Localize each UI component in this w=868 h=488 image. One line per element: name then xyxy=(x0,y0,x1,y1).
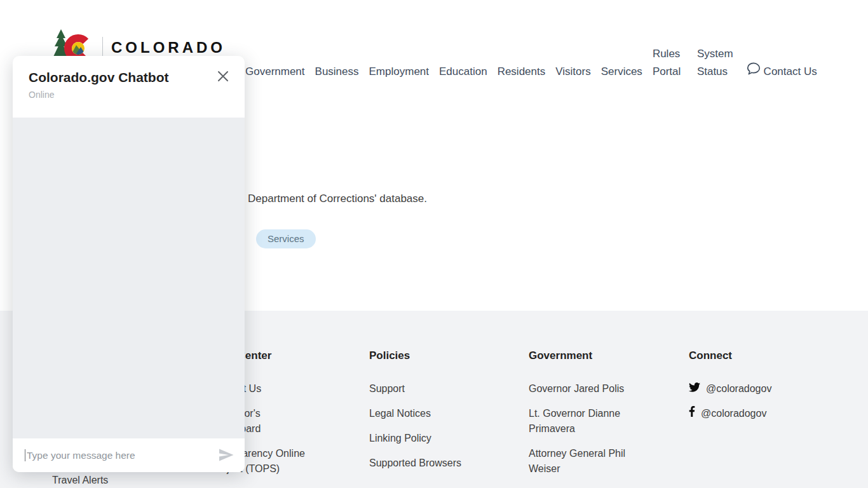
nav-item-system-status[interactable]: System Status xyxy=(697,45,736,81)
footer-link-attorney-general[interactable]: Attorney General Phil Weiser xyxy=(529,446,630,477)
nav-item-visitors[interactable]: Visitors xyxy=(555,63,590,81)
footer-column-services: Travel Alerts xyxy=(52,473,108,488)
nav-item-services[interactable]: Services xyxy=(601,63,642,81)
wordmark: COLORADO xyxy=(111,39,226,57)
chatbot-status: Online xyxy=(29,90,54,100)
footer-heading-policies: Policies xyxy=(369,349,461,363)
chatbot-input-bar xyxy=(13,438,245,472)
nav-item-business[interactable]: Business xyxy=(315,63,359,81)
footer-column-connect: Connect @coloradogov @coloradogov xyxy=(689,349,771,431)
footer-link-governor[interactable]: Governor Jared Polis xyxy=(529,381,630,396)
nav-item-rules-portal[interactable]: Rules Portal xyxy=(653,45,687,81)
service-description: Department of Corrections' database. xyxy=(248,193,427,205)
nav-item-government[interactable]: Government xyxy=(245,63,305,81)
nav-item-employment[interactable]: Employment xyxy=(369,63,429,81)
chatbot-window: Colorado.gov Chatbot Online xyxy=(13,56,245,472)
top-navigation: Government Business Employment Education… xyxy=(245,29,817,81)
footer-column-policies: Policies Support Legal Notices Linking P… xyxy=(369,349,461,480)
footer-link-support[interactable]: Support xyxy=(369,381,461,396)
footer-heading-government: Government xyxy=(529,349,630,363)
nav-item-education[interactable]: Education xyxy=(439,63,487,81)
facebook-icon xyxy=(689,406,695,421)
footer-column-government: Government Governor Jared Polis Lt. Gove… xyxy=(529,349,630,486)
chatbot-message-input[interactable] xyxy=(25,450,217,461)
services-tag[interactable]: Services xyxy=(256,229,316,248)
chatbot-message-area xyxy=(13,118,245,438)
nav-item-residents[interactable]: Residents xyxy=(498,63,546,81)
close-icon xyxy=(217,74,229,84)
nav-item-contact-us[interactable]: Contact Us xyxy=(747,62,817,81)
footer-link-travel-alerts[interactable]: Travel Alerts xyxy=(52,473,108,488)
footer-link-twitter[interactable]: @coloradogov xyxy=(689,381,771,396)
footer-link-legal-notices[interactable]: Legal Notices xyxy=(369,406,461,421)
chatbot-title: Colorado.gov Chatbot xyxy=(29,70,168,85)
chat-bubble-icon xyxy=(747,65,764,78)
footer-link-linking-policy[interactable]: Linking Policy xyxy=(369,431,461,446)
footer-link-facebook[interactable]: @coloradogov xyxy=(689,406,771,421)
send-icon xyxy=(217,455,235,464)
footer-link-supported-browsers[interactable]: Supported Browsers xyxy=(369,456,461,471)
facebook-handle: @coloradogov xyxy=(701,406,766,421)
twitter-icon xyxy=(689,381,700,396)
chatbot-close-button[interactable] xyxy=(217,71,229,82)
footer-heading-connect: Connect xyxy=(689,349,771,363)
footer-link-lt-governor[interactable]: Lt. Governor Dianne Primavera xyxy=(529,406,630,437)
nav-contact-label: Contact Us xyxy=(764,65,817,78)
twitter-handle: @coloradogov xyxy=(706,381,771,396)
chatbot-send-button[interactable] xyxy=(217,447,236,464)
